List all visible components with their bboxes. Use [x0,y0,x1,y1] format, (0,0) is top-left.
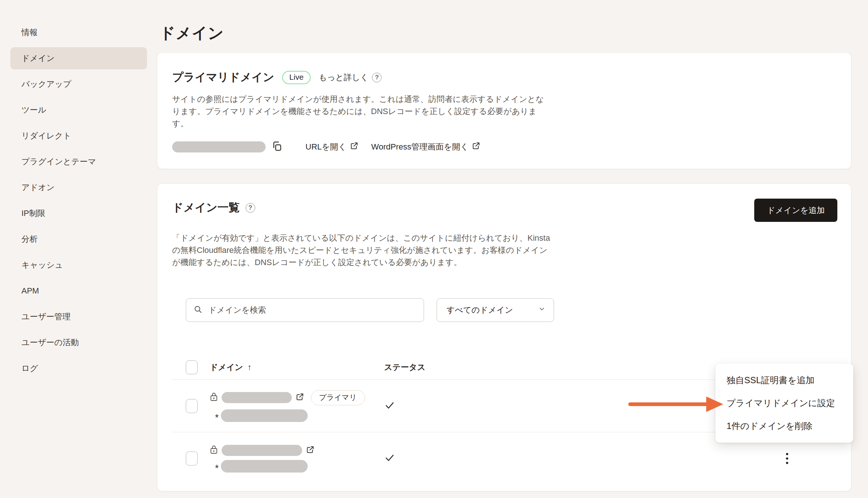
page-title: ドメイン [160,23,224,44]
domain-list-description: 「ドメインが有効です」と表示されている以下のドメインは、このサイトに紐付けられて… [172,232,553,268]
row-checkbox[interactable] [186,451,198,466]
sidebar-nav: 情報ドメインバックアップツールリダイレクトプラグインとテーマアドオンIP制限分析… [10,21,147,383]
domain-search-input[interactable] [208,305,416,315]
sidebar-item-1-active[interactable]: ドメイン [10,47,147,69]
domain-search-box [186,298,424,322]
add-domain-button[interactable]: ドメインを追加 [754,199,837,222]
status-column-header: ステータス [384,362,426,373]
redacted-wildcard-domain [221,409,308,422]
sidebar-item-13[interactable]: ログ [10,357,147,379]
domain-status-ok [384,452,395,465]
domain-cell: * [210,445,365,473]
sidebar-item-8[interactable]: 分析 [10,228,147,250]
primary-domain-title: プライマリドメイン [172,70,274,85]
external-link-icon [350,141,359,152]
lock-icon [210,392,218,403]
wildcard-prefix: * [215,463,219,470]
context-menu-item-2[interactable]: 1件のドメインを削除 [715,415,853,437]
row-actions-kebab-icon[interactable] [782,450,793,467]
context-menu-item-0[interactable]: 独自SSL証明書を追加 [715,369,853,392]
sidebar-item-9[interactable]: キャッシュ [10,254,147,276]
sidebar-item-12[interactable]: ユーザーの活動 [10,332,147,354]
domain-cell: プライマリ * [210,390,365,422]
sidebar-item-11[interactable]: ユーザー管理 [10,306,147,328]
domain-filter-value: すべてのドメイン [447,305,513,316]
domain-list-title: ドメイン一覧 [172,200,240,215]
domain-column-label: ドメイン [210,362,243,373]
sort-ascending-icon: ↑ [247,363,252,372]
copy-icon [271,141,283,153]
help-icon[interactable]: ? [246,203,255,213]
sidebar-item-4[interactable]: リダイレクト [10,125,147,147]
domain-list-card: ドメイン一覧 ? ドメインを追加 「ドメインが有効です」と表示されている以下のド… [157,183,851,491]
row-checkbox[interactable] [186,399,198,413]
context-menu-item-1[interactable]: プライマリドメインに設定 [715,392,853,415]
check-icon [384,400,395,412]
check-icon [384,452,395,465]
domain-status-ok [384,400,395,412]
domain-filter-select[interactable]: すべてのドメイン [437,298,554,322]
external-link-icon[interactable] [295,392,304,403]
redacted-domain [222,392,292,403]
redacted-domain [222,445,302,456]
primary-domain-badge: プライマリ [311,390,365,405]
redacted-primary-domain [172,141,266,152]
sidebar-item-6[interactable]: アドオン [10,176,147,199]
external-link-icon [472,141,481,152]
copy-url-button[interactable] [271,141,283,153]
sidebar-item-2[interactable]: バックアップ [10,73,147,95]
lock-icon [210,445,218,456]
learn-more-label: もっと詳しく [319,72,369,83]
live-status-badge: Live [282,71,311,84]
search-icon [194,305,202,315]
sidebar-item-3[interactable]: ツール [10,99,147,121]
learn-more-link[interactable]: もっと詳しく ? [319,72,382,83]
open-url-link[interactable]: URLを開く [305,141,359,152]
domain-column-header[interactable]: ドメイン ↑ [210,362,365,373]
sidebar-item-7[interactable]: IP制限 [10,202,147,224]
primary-domain-description: サイトの参照にはプライマリドメインが使用されます。これは通常、訪問者に表示するド… [172,93,547,130]
help-icon[interactable]: ? [372,73,382,82]
open-wp-admin-link[interactable]: WordPress管理画面を開く [371,141,481,152]
chevron-down-icon [538,305,546,315]
redacted-wildcard-domain [221,460,308,473]
wildcard-prefix: * [215,412,219,419]
sidebar-item-10[interactable]: APM [10,280,147,302]
primary-domain-card: プライマリドメイン Live もっと詳しく ? サイトの参照にはプライマリドメイ… [157,52,851,169]
external-link-icon[interactable] [306,445,315,456]
select-all-checkbox[interactable] [186,360,198,374]
open-wp-admin-label: WordPress管理画面を開く [371,141,468,152]
sidebar-item-5[interactable]: プラグインとテーマ [10,151,147,173]
kinsta-domains-page: { "colors": { "accent_orange": "#EC6A3A"… [0,0,868,498]
domain-actions-context-menu: 独自SSL証明書を追加プライマリドメインに設定1件のドメインを削除 [715,364,853,443]
sidebar-item-0[interactable]: 情報 [10,21,147,44]
open-url-label: URLを開く [305,141,346,152]
